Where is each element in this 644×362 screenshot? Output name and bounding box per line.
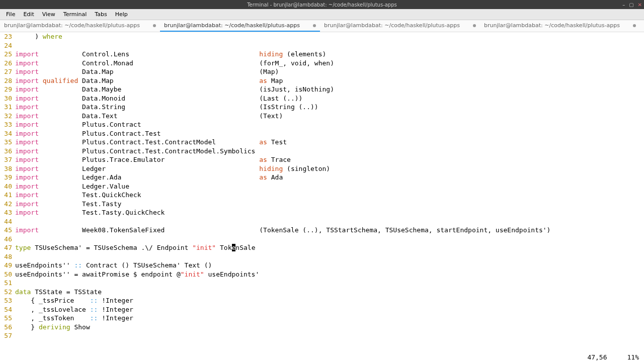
line-number: 52 [0,288,15,297]
line-number: 45 [0,226,15,235]
line-number: 31 [0,103,15,112]
code-line: 33import Plutus.Contract [0,120,644,129]
code-line: 51 [0,279,644,288]
tab-close-icon[interactable] [153,24,156,27]
code-content: import Data.Maybe (isJust, isNothing) [15,85,644,94]
code-content [15,41,644,50]
tab-close-icon[interactable] [313,24,316,27]
line-number: 55 [0,314,15,323]
code-content: import Data.Monoid (Last (..)) [15,94,644,103]
tab-0[interactable]: brunjlar@lambdabat: ~/code/haskell/plutu… [0,20,160,32]
code-line: 44 [0,217,644,226]
code-line: 57 [0,331,644,340]
code-line: 36import Plutus.Contract.Test.ContractMo… [0,147,644,156]
code-content: import Week08.TokenSaleFixed (TokenSale … [15,226,644,235]
code-line: 46 [0,235,644,244]
menu-item-terminal[interactable]: Terminal [59,10,91,19]
code-line: 53 { _tssPrice :: !Integer [0,296,644,305]
code-content: import Test.QuickCheck [15,191,644,200]
tab-label: brunjlar@lambdabat: ~/code/haskell/plutu… [484,22,620,29]
code-line: 37import Plutus.Trace.Emulator as Trace [0,155,644,164]
line-number: 39 [0,173,15,182]
line-number: 43 [0,208,15,217]
code-content [15,217,644,226]
code-content: useEndpoints'' :: Contract () TSUseSchem… [15,261,644,270]
line-number: 40 [0,182,15,191]
code-line: 30import Data.Monoid (Last (..)) [0,94,644,103]
line-number: 32 [0,112,15,121]
tab-2[interactable]: brunjlar@lambdabat: ~/code/haskell/plutu… [320,20,480,32]
code-line: 28import qualified Data.Map as Map [0,76,644,85]
line-number: 34 [0,129,15,138]
line-number: 53 [0,296,15,305]
line-number: 24 [0,41,15,50]
code-content: import Test.Tasty [15,200,644,209]
code-content [15,252,644,261]
code-line: 39import Ledger.Ada as Ada [0,173,644,182]
line-number: 38 [0,164,15,173]
code-content: import Data.String (IsString (..)) [15,103,644,112]
menubar: FileEditViewTerminalTabsHelp [0,9,644,20]
line-number: 50 [0,270,15,279]
code-content [15,331,644,340]
code-content: import Plutus.Contract.Test [15,129,644,138]
code-line: 47type TSUseSchema' = TSUseSchema .\/ En… [0,243,644,252]
code-content: import Plutus.Trace.Emulator as Trace [15,155,644,164]
tab-3[interactable]: brunjlar@lambdabat: ~/code/haskell/plutu… [480,20,640,32]
line-number: 46 [0,235,15,244]
code-line: 38import Ledger hiding (singleton) [0,164,644,173]
maximize-icon[interactable]: ▢ [629,2,633,8]
line-number: 42 [0,200,15,209]
titlebar: Terminal - brunjlar@lambdabat: ~/code/ha… [0,0,644,9]
editor[interactable]: 23 ) where2425import Control.Lens hiding… [0,32,644,352]
code-content: import Ledger.Ada as Ada [15,173,644,182]
menu-item-tabs[interactable]: Tabs [91,10,111,19]
tab-1[interactable]: brunjlar@lambdabat: ~/code/haskell/plutu… [160,20,320,32]
code-content: import Data.Map (Map) [15,67,644,76]
line-number: 36 [0,147,15,156]
code-content [15,235,644,244]
window-controls: – ▢ ✕ [622,2,642,8]
code-line: 25import Control.Lens hiding (elements) [0,50,644,59]
code-content: data TSState = TSState [15,288,644,297]
window-title: Terminal - brunjlar@lambdabat: ~/code/ha… [247,2,397,8]
code-content: , _tssToken :: !Integer [15,314,644,323]
tab-close-icon[interactable] [633,24,636,27]
code-content: import qualified Data.Map as Map [15,76,644,85]
tab-close-icon[interactable] [473,24,476,27]
code-content: import Ledger hiding (singleton) [15,164,644,173]
line-number: 51 [0,279,15,288]
minimize-icon[interactable]: – [622,2,625,8]
menu-item-help[interactable]: Help [111,10,132,19]
code-content: { _tssPrice :: !Integer [15,296,644,305]
menu-item-edit[interactable]: Edit [19,10,38,19]
code-line: 50useEndpoints'' = awaitPromise $ endpoi… [0,270,644,279]
code-content: import Control.Monad (forM_, void, when) [15,59,644,68]
cursor-position: 47,56 [587,353,607,361]
code-line: 40import Ledger.Value [0,182,644,191]
close-icon[interactable]: ✕ [638,2,642,8]
code-line: 45import Week08.TokenSaleFixed (TokenSal… [0,226,644,235]
code-line: 24 [0,41,644,50]
code-line: 42import Test.Tasty [0,200,644,209]
code-line: 49useEndpoints'' :: Contract () TSUseSch… [0,261,644,270]
tab-label: brunjlar@lambdabat: ~/code/haskell/plutu… [324,22,460,29]
code-content: type TSUseSchema' = TSUseSchema .\/ Endp… [15,243,644,252]
menu-item-file[interactable]: File [2,10,19,19]
line-number: 47 [0,243,15,252]
line-number: 49 [0,261,15,270]
code-line: 32import Data.Text (Text) [0,112,644,121]
code-line: 48 [0,252,644,261]
line-number: 30 [0,94,15,103]
code-line: 23 ) where [0,32,644,41]
code-line: 26import Control.Monad (forM_, void, whe… [0,59,644,68]
code-content: import Plutus.Contract [15,120,644,129]
code-content: import Test.Tasty.QuickCheck [15,208,644,217]
line-number: 25 [0,50,15,59]
line-number: 44 [0,217,15,226]
scroll-percent: 11% [627,353,639,361]
code-line: 54 , _tssLovelace :: !Integer [0,305,644,314]
line-number: 35 [0,138,15,147]
code-line: 31import Data.String (IsString (..)) [0,103,644,112]
menu-item-view[interactable]: View [38,10,59,19]
